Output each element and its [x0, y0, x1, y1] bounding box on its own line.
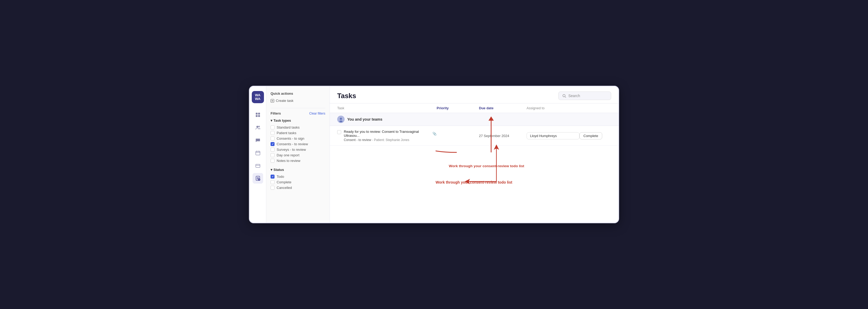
checkbox-surveys-to-review[interactable] [271, 148, 275, 152]
sidebar: Quick actions Create task Filters Clear … [266, 86, 330, 223]
task-checkbox[interactable] [337, 130, 341, 134]
logo[interactable]: WAWA [252, 91, 264, 103]
chevron-down-icon: ▾ [271, 119, 272, 123]
chevron-down-icon-status: ▾ [271, 168, 272, 172]
filter-status-cancelled[interactable]: Cancelled [271, 185, 325, 190]
checkbox-status-cancelled[interactable] [271, 186, 275, 190]
table-header: Task Priority Due date Assigned to [330, 103, 619, 113]
nav-icon-card[interactable] [253, 160, 263, 171]
search-icon [562, 94, 566, 98]
filters-header: Filters Clear filters [266, 112, 330, 115]
svg-rect-1 [258, 113, 260, 115]
search-placeholder: Search [568, 94, 580, 98]
annotation-text: Work through your consent-review todo li… [436, 180, 512, 184]
task-types-header[interactable]: ▾ Task types [271, 119, 325, 123]
col-task: Task [337, 106, 437, 110]
filter-surveys-to-review[interactable]: Surveys - to review [271, 147, 325, 152]
checkbox-day-one-report[interactable] [271, 153, 275, 157]
task-info: Ready for you to review: Consent to Tran… [344, 130, 437, 142]
checkbox-consents-to-review[interactable] [271, 142, 275, 146]
main-header: Tasks Search [330, 86, 619, 103]
task-assigned: Lloyd Humphreys [527, 132, 580, 140]
filter-standard-tasks[interactable]: Standard tasks [271, 125, 325, 130]
complete-button[interactable]: Complete [580, 132, 602, 140]
filter-notes-to-review[interactable]: Notes to review [271, 158, 325, 163]
task-group-row: You and your teams [330, 113, 619, 126]
checkbox-status-complete[interactable] [271, 180, 275, 184]
checkbox-standard-tasks[interactable] [271, 125, 275, 129]
svg-rect-3 [258, 115, 260, 117]
task-cell: Ready for you to review: Consent to Tran… [337, 130, 437, 142]
page-title: Tasks [337, 92, 356, 100]
status-filter-group: ▾ Status Todo Complete Cancelled [266, 168, 330, 190]
col-assigned-to: Assigned to [527, 106, 580, 110]
icon-nav: WAWA [249, 86, 266, 223]
annotation-arrow-svg [457, 139, 536, 187]
app-window: WAWA Quick actions Create task [249, 86, 619, 223]
nav-icon-dashboard[interactable] [253, 110, 263, 120]
quick-actions-header: Quick actions [271, 92, 325, 95]
nav-icon-calendar[interactable] [253, 148, 263, 158]
filter-consents-to-sign[interactable]: Consents - to sign [271, 136, 325, 141]
filters-label: Filters [271, 112, 281, 115]
group-label: You and your teams [347, 117, 382, 121]
checkbox-consents-to-sign[interactable] [271, 136, 275, 141]
clear-filters-button[interactable]: Clear filters [309, 112, 325, 115]
filter-status-todo[interactable]: Todo [271, 174, 325, 179]
nav-icon-tasks[interactable] [253, 173, 263, 184]
filter-day-one-report[interactable]: Day one report [271, 152, 325, 158]
checkbox-notes-to-review[interactable] [271, 159, 275, 163]
create-task-icon [271, 99, 274, 103]
col-action [580, 106, 611, 110]
filter-consents-to-review[interactable]: Consents - to review [271, 141, 325, 147]
filter-patient-tasks[interactable]: Patient tasks [271, 130, 325, 136]
task-due-date: 27 September 2024 [479, 134, 527, 138]
create-task-button[interactable]: Create task [271, 98, 325, 104]
status-header[interactable]: ▾ Status [271, 168, 325, 172]
nav-icon-people[interactable] [253, 122, 263, 133]
sidebar-divider [271, 108, 325, 108]
svg-point-5 [258, 126, 260, 127]
nav-icon-chat[interactable] [253, 135, 263, 146]
svg-rect-7 [256, 164, 260, 167]
col-priority[interactable]: Priority [437, 106, 479, 110]
task-types-filter-group: ▾ Task types Standard tasks Patient task… [266, 119, 330, 163]
table-row: Ready for you to review: Consent to Tran… [330, 126, 619, 146]
main-content: Tasks Search Task Priority Due date Assi… [330, 86, 619, 223]
task-action: Complete [580, 132, 611, 140]
annotation-overlay: Work through your consent-review todo li… [457, 139, 536, 188]
svg-point-4 [256, 126, 258, 128]
checkbox-status-todo[interactable] [271, 175, 275, 179]
assigned-pill: Lloyd Humphreys [527, 132, 580, 140]
checkbox-patient-tasks[interactable] [271, 131, 275, 135]
svg-point-12 [340, 118, 342, 120]
col-due-date[interactable]: Due date [479, 106, 527, 110]
attachment-icon: 📎 [432, 132, 437, 136]
group-avatar [337, 116, 345, 123]
svg-rect-2 [256, 115, 257, 117]
svg-point-13 [339, 121, 342, 123]
svg-rect-0 [256, 113, 257, 115]
search-bar[interactable]: Search [558, 92, 611, 100]
svg-point-11 [563, 94, 565, 97]
annotation-label: Work through your consent-review todo li… [449, 164, 524, 168]
svg-rect-6 [256, 151, 260, 155]
task-title: Ready for you to review: Consent to Tran… [344, 130, 437, 137]
filter-status-complete[interactable]: Complete [271, 179, 325, 185]
task-subtitle: Consent - to review - Patient: Stephanie… [344, 138, 437, 142]
